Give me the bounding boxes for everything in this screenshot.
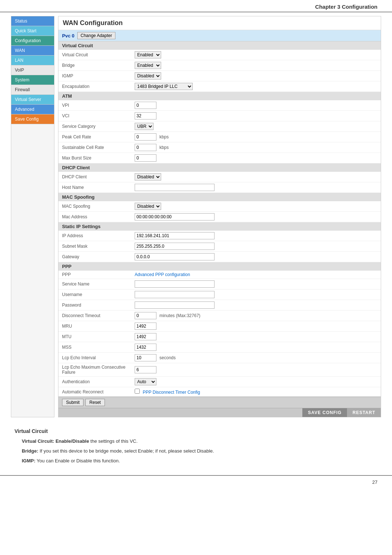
lcp-echo-max-input[interactable] <box>135 366 156 373</box>
mss-input[interactable] <box>135 344 156 351</box>
atm-header: ATM <box>58 92 381 100</box>
mtu-value <box>131 332 381 342</box>
lcp-echo-max-value <box>131 363 381 377</box>
disconnect-timeout-unit: minutes (Max:32767) <box>159 313 200 318</box>
username-value <box>131 289 381 300</box>
table-row: Username <box>58 289 381 300</box>
gateway-value <box>131 252 381 262</box>
encapsulation-select[interactable]: 1483 Bridged IP LLC <box>135 83 193 90</box>
peak-cell-rate-input[interactable] <box>135 133 156 141</box>
para-3-rest: You can Enable or Disable this function. <box>37 458 120 463</box>
dhcp-client-select[interactable]: Disabled Enabled <box>135 173 161 181</box>
mac-address-input[interactable] <box>135 213 215 220</box>
mac-spoofing-select[interactable]: Disabled Enabled <box>135 203 161 210</box>
save-config-button[interactable]: SAVE CONFIG <box>302 408 347 417</box>
lcp-echo-interval-unit: seconds <box>159 355 176 360</box>
service-category-select[interactable]: UBR CBR VBR <box>135 123 154 130</box>
authentication-value: Auto PAP CHAP <box>131 377 381 387</box>
service-name-input[interactable] <box>135 280 215 288</box>
table-row: VPI <box>58 100 381 111</box>
sidebar-item-lan[interactable]: LAN <box>11 56 54 65</box>
reset-button[interactable]: Reset <box>85 399 105 406</box>
table-row: Mac Address <box>58 212 381 222</box>
table-row: DHCP Client Disabled Enabled <box>58 172 381 182</box>
username-input[interactable] <box>135 291 215 298</box>
max-burst-size-input[interactable] <box>135 154 156 162</box>
vci-label: VCI <box>58 111 131 121</box>
mss-label: MSS <box>58 342 131 353</box>
table-row: IGMP Disabled Enabled <box>58 71 381 81</box>
igmp-select[interactable]: Disabled Enabled <box>135 72 161 80</box>
dhcp-client-label: DHCP Client <box>58 172 131 182</box>
table-row: VCI <box>58 111 381 121</box>
username-label: Username <box>58 289 131 300</box>
change-adapter-button[interactable]: Change Adapter <box>77 32 115 39</box>
sidebar-item-advanced[interactable]: Advanced <box>11 105 54 114</box>
ppp-advanced-link[interactable]: Advanced PPP configuration <box>135 272 190 277</box>
subnet-mask-value <box>131 241 381 252</box>
gateway-input[interactable] <box>135 253 215 260</box>
dhcp-header: DHCP Client <box>58 163 381 172</box>
subnet-mask-input[interactable] <box>135 243 215 250</box>
bridge-select[interactable]: Enabled Disabled <box>135 62 161 69</box>
lcp-echo-interval-label: Lcp Echo Interval <box>58 353 131 363</box>
lcp-echo-interval-input[interactable] <box>135 354 156 361</box>
ppp-disconnect-timer-link[interactable]: PPP Disconnect Timer Config <box>143 390 200 395</box>
page-number: 27 <box>372 479 377 485</box>
vpi-input[interactable] <box>135 102 156 109</box>
mac-spoofing-header: MAC Spoofing <box>58 193 381 201</box>
sidebar-item-wan[interactable]: WAN <box>11 46 54 56</box>
service-category-value: UBR CBR VBR <box>131 121 381 132</box>
table-row: Password <box>58 300 381 311</box>
dhcp-client-value: Disabled Enabled <box>131 172 381 182</box>
mtu-input[interactable] <box>135 333 156 340</box>
sidebar-item-quickstart[interactable]: Quick Start <box>11 26 54 36</box>
sidebar-item-voip[interactable]: VoIP <box>11 65 54 75</box>
mru-input[interactable] <box>135 323 156 330</box>
password-input[interactable] <box>135 301 215 309</box>
table-row: Authentication Auto PAP CHAP <box>58 377 381 387</box>
sidebar-item-status[interactable]: Status <box>11 16 54 26</box>
sidebar-item-system[interactable]: System <box>11 75 54 85</box>
encapsulation-label: Encapsulation <box>58 81 131 92</box>
host-name-input[interactable] <box>135 184 215 191</box>
table-row: Lcp Echo Interval seconds <box>58 353 381 363</box>
restart-button[interactable]: RESTART <box>347 408 381 417</box>
mac-spoofing-label: MAC Spoofing <box>58 201 131 212</box>
para-2-rest: If you set this device to be bridge mode… <box>40 448 214 454</box>
static-ip-table: IP Address Subnet Mask Gateway <box>58 231 381 262</box>
sidebar-item-firewall[interactable]: Firewall <box>11 85 54 95</box>
table-row: Max Burst Size <box>58 153 381 163</box>
auto-reconnect-checkbox[interactable] <box>135 389 140 394</box>
sidebar-item-virtualserver[interactable]: Virtual Server <box>11 95 54 105</box>
vci-value <box>131 111 381 121</box>
table-row: Automatic Reconnect PPP Disconnect Timer… <box>58 387 381 397</box>
authentication-select[interactable]: Auto PAP CHAP <box>135 378 156 385</box>
atm-table: VPI VCI Service Category UBR CBR VBR <box>58 100 381 163</box>
igmp-value: Disabled Enabled <box>131 71 381 81</box>
peak-cell-rate-value: kbps <box>131 132 381 142</box>
sustainable-cell-rate-value: kbps <box>131 142 381 153</box>
host-name-label: Host Name <box>58 182 131 193</box>
bridge-value: Enabled Disabled <box>131 60 381 71</box>
mac-address-label: Mac Address <box>58 212 131 222</box>
disconnect-timeout-input[interactable] <box>135 312 156 319</box>
table-row: MAC Spoofing Disabled Enabled <box>58 201 381 212</box>
description-section: Virtual Circuit Virtual Circuit: Enable/… <box>0 421 392 475</box>
sustainable-cell-rate-input[interactable] <box>135 144 156 151</box>
virtual-circuit-select[interactable]: Enabled Disabled <box>135 51 161 58</box>
service-category-label: Service Category <box>58 121 131 132</box>
ip-address-input[interactable] <box>135 232 215 239</box>
ip-address-label: IP Address <box>58 231 131 241</box>
auto-reconnect-label: Automatic Reconnect <box>58 387 131 397</box>
lcp-echo-max-label: Lcp Echo Maximum Consecutive Failure <box>58 363 131 377</box>
table-row: Sustainable Cell Rate kbps <box>58 142 381 153</box>
vci-input[interactable] <box>135 112 156 119</box>
table-row: MRU <box>58 321 381 332</box>
para-3-bold: IGMP: <box>22 458 36 463</box>
sidebar-item-configuration[interactable]: Configuration <box>11 36 54 46</box>
sidebar-item-saveconfig[interactable]: Save Config <box>11 114 54 124</box>
table-row: Lcp Echo Maximum Consecutive Failure <box>58 363 381 377</box>
main-layout: Status Quick Start Configuration WAN LAN… <box>0 12 392 421</box>
submit-button[interactable]: Submit <box>62 399 83 406</box>
